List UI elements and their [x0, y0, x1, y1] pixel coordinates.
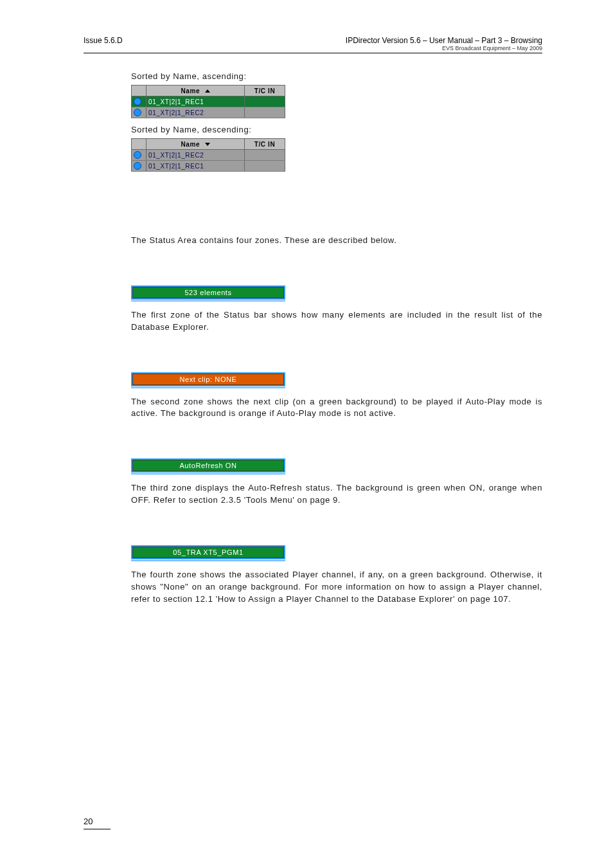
col-icon[interactable] [132, 139, 147, 150]
row-name: 01_XT|2|1_REC2 [147, 107, 245, 118]
row-name: 01_XT|2|1_REC1 [147, 161, 245, 172]
clip-icon [134, 151, 141, 159]
table-row[interactable]: 01_XT|2|1_REC1 [132, 161, 285, 172]
col-name-label: Name [181, 87, 200, 95]
status-zone-3: AutoRefresh ON [131, 458, 285, 475]
zone1-desc: The first zone of the Status bar shows h… [131, 309, 542, 334]
sort-desc-icon [205, 143, 210, 146]
col-name-label: Name [181, 141, 200, 148]
clip-icon [134, 162, 141, 170]
table-row[interactable]: 01_XT|2|1_REC1 [132, 96, 285, 107]
zone4-desc: The fourth zone shows the associated Pla… [131, 569, 542, 606]
grid-ascending: Name T/C IN 01_XT|2|1_REC1 01_XT|2|1_REC… [131, 85, 285, 118]
status-zone-4: 05_TRA XT5_PGM1 [131, 545, 285, 561]
col-name[interactable]: Name [147, 86, 245, 96]
table-row[interactable]: 01_XT|2|1_REC2 [132, 150, 285, 161]
caption-sort-desc: Sorted by Name, descending: [131, 125, 542, 134]
status-zone-1: 523 elements [131, 285, 285, 302]
zone3-desc: The third zone displays the Auto-Refresh… [131, 482, 542, 507]
col-name[interactable]: Name [147, 139, 245, 150]
row-name: 01_XT|2|1_REC1 [147, 96, 245, 107]
col-tc[interactable]: T/C IN [245, 86, 285, 96]
row-name: 01_XT|2|1_REC2 [147, 150, 245, 161]
clip-icon [134, 98, 141, 105]
zone2-desc: The second zone shows the next clip (on … [131, 396, 542, 420]
status-text-1: 523 elements [133, 287, 283, 298]
status-text-4: 05_TRA XT5_PGM1 [133, 547, 283, 557]
page-number: 20 [84, 817, 111, 829]
col-icon[interactable] [132, 86, 147, 96]
header-right-main: IPDirector Version 5.6 – User Manual – P… [346, 36, 542, 45]
status-zone-2: Next clip: NONE [131, 372, 285, 388]
table-row[interactable]: 01_XT|2|1_REC2 [132, 107, 285, 118]
col-tc[interactable]: T/C IN [245, 139, 285, 150]
sort-asc-icon [205, 89, 210, 93]
header-right-sub: EVS Broadcast Equipment – May 2009 [346, 45, 542, 51]
clip-icon [134, 109, 141, 116]
grid-descending: Name T/C IN 01_XT|2|1_REC2 01_XT|2|1_REC… [131, 138, 285, 172]
header-rule [84, 53, 542, 53]
status-intro: The Status Area contains four zones. The… [131, 235, 542, 247]
status-text-3: AutoRefresh ON [133, 460, 283, 471]
caption-sort-asc: Sorted by Name, ascending: [131, 71, 542, 81]
status-text-2: Next clip: NONE [133, 374, 283, 384]
header-left: Issue 5.6.D [84, 36, 123, 45]
